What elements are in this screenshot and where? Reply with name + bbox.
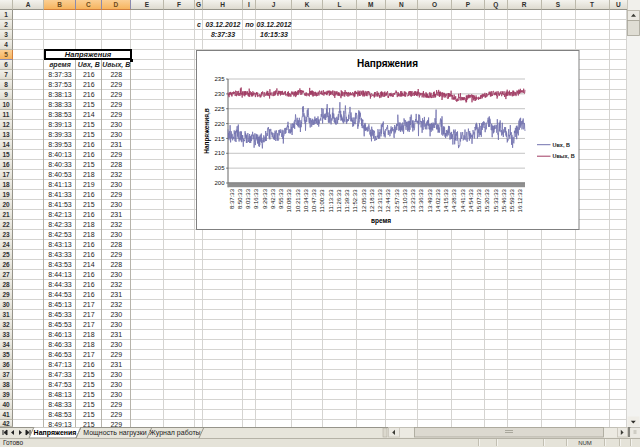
svg-text:14:02:33: 14:02:33: [435, 188, 441, 212]
svg-text:12:44:33: 12:44:33: [385, 188, 391, 212]
svg-text:14:15:33: 14:15:33: [443, 188, 449, 212]
svg-text:14:41:33: 14:41:33: [460, 188, 466, 212]
svg-text:230: 230: [214, 91, 225, 97]
svg-text:Напряжения: Напряжения: [34, 429, 77, 437]
svg-text:13:36:33: 13:36:33: [418, 188, 424, 212]
svg-text:15:33:33: 15:33:33: [493, 188, 499, 212]
svg-text:12:31:33: 12:31:33: [377, 188, 383, 212]
svg-text:235: 235: [214, 76, 225, 82]
svg-text:10:21:33: 10:21:33: [295, 188, 301, 212]
svg-text:11:39:33: 11:39:33: [344, 189, 350, 213]
svg-text:11:13:33: 11:13:33: [328, 189, 334, 213]
svg-text:12:57:33: 12:57:33: [394, 188, 400, 212]
svg-text:16:12:33: 16:12:33: [517, 188, 523, 212]
svg-text:13:49:33: 13:49:33: [427, 188, 433, 212]
svg-text:15:20:33: 15:20:33: [484, 188, 490, 212]
svg-text:225: 225: [214, 106, 225, 112]
svg-text:8:37:33: 8:37:33: [229, 188, 235, 209]
svg-text:Uвых, В: Uвых, В: [553, 153, 575, 159]
svg-text:9:16:33: 9:16:33: [253, 188, 259, 209]
svg-text:12:05:33: 12:05:33: [361, 188, 367, 212]
svg-text:Напряжения,в: Напряжения,в: [203, 108, 211, 154]
svg-text:11:00:33: 11:00:33: [319, 189, 325, 213]
svg-text:9:29:33: 9:29:33: [262, 188, 268, 209]
svg-text:Мощность нагрузки: Мощность нагрузки: [83, 429, 147, 437]
svg-text:13:10:33: 13:10:33: [402, 188, 408, 212]
svg-text:9:55:33: 9:55:33: [278, 188, 284, 209]
svg-text:Напряжения: Напряжения: [357, 58, 418, 69]
svg-text:9:03:33: 9:03:33: [245, 188, 251, 209]
svg-text:10:08:33: 10:08:33: [286, 188, 292, 212]
svg-text:15:07:33: 15:07:33: [476, 188, 482, 212]
svg-text:15:46:33: 15:46:33: [501, 188, 507, 212]
svg-text:Uвх, В: Uвх, В: [553, 142, 570, 148]
svg-text:10:34:33: 10:34:33: [303, 188, 309, 212]
svg-text:205: 205: [214, 165, 225, 171]
svg-text:15:59:33: 15:59:33: [509, 188, 515, 212]
svg-text:9:42:33: 9:42:33: [270, 188, 276, 209]
svg-text:14:54:33: 14:54:33: [468, 188, 474, 212]
svg-text:10:47:33: 10:47:33: [311, 188, 317, 212]
svg-text:210: 210: [214, 150, 225, 156]
svg-text:11:26:33: 11:26:33: [336, 189, 342, 213]
svg-text:8:50:33: 8:50:33: [237, 188, 243, 209]
svg-text:время: время: [371, 217, 391, 225]
svg-text:11:52:33: 11:52:33: [352, 189, 358, 213]
svg-text:220: 220: [214, 121, 225, 127]
svg-text:215: 215: [214, 136, 225, 142]
svg-text:12:18:33: 12:18:33: [369, 188, 375, 212]
svg-text:200: 200: [214, 180, 225, 186]
svg-text:NUM: NUM: [578, 440, 592, 446]
svg-text:14:28:33: 14:28:33: [451, 188, 457, 212]
svg-text:Журнал работы: Журнал работы: [149, 429, 200, 437]
svg-text:13:23:33: 13:23:33: [410, 188, 416, 212]
